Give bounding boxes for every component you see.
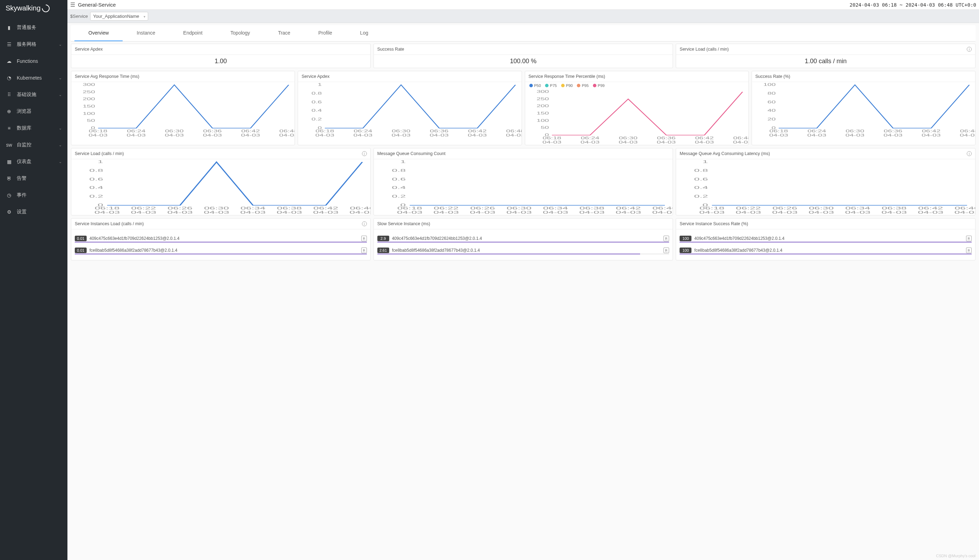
svg-text:04-03: 04-03 [316, 133, 334, 137]
svg-text:04-03: 04-03 [579, 210, 605, 214]
info-icon[interactable]: i [967, 151, 972, 156]
tab-overview[interactable]: Overview [74, 25, 123, 41]
menu-toggle-icon[interactable]: ☰ [70, 2, 75, 8]
svg-text:0.8: 0.8 [89, 168, 104, 172]
svg-text:0.4: 0.4 [694, 186, 708, 190]
value-badge: 100 [680, 248, 692, 253]
list-item[interactable]: 2.61fce8bab5d8f54686a38f2add78677b43@2.0… [374, 246, 673, 255]
svg-text:250: 250 [536, 97, 549, 101]
svg-text:04-03: 04-03 [89, 133, 107, 137]
svg-text:04-03: 04-03 [845, 210, 871, 214]
sidebar-item-11[interactable]: ⚙设置 [0, 203, 67, 220]
svg-text:04-03: 04-03 [657, 140, 675, 144]
svg-text:06:36: 06:36 [657, 136, 675, 140]
chart-success_rate: Success Rate (%)02040608010006:1804-0306… [752, 71, 976, 145]
svg-text:0.6: 0.6 [89, 177, 104, 181]
chart-icon: ▮ [6, 24, 13, 31]
filter-bar: $Service Your_ApplicationName [67, 10, 979, 23]
card-title: Service Avg Response Time (ms) [71, 71, 294, 82]
card-title: Service Instances Load (calls / min)i [71, 218, 370, 229]
list-card-1: Slow Service Instance (ms)2.9409c475c663… [374, 218, 673, 260]
tab-topology[interactable]: Topology [217, 25, 264, 41]
svg-text:06:26: 06:26 [470, 206, 495, 210]
service-select[interactable]: Your_ApplicationName [90, 12, 148, 21]
svg-text:0.4: 0.4 [392, 186, 406, 190]
svg-text:06:24: 06:24 [127, 129, 145, 133]
svg-text:04-03: 04-03 [240, 210, 266, 214]
copy-icon[interactable]: ⎘ [663, 236, 669, 241]
list-item[interactable]: 2.9409c475c663e4d1fb709d22624bb1253@2.0.… [374, 234, 673, 243]
sidebar-item-1[interactable]: ☰服务网格⌄ [0, 36, 67, 53]
svg-text:04-03: 04-03 [204, 210, 229, 214]
tab-log[interactable]: Log [346, 25, 382, 41]
instance-id: fce8bab5d8f54686a38f2add78677b43@2.0.1.4 [89, 248, 359, 253]
svg-text:06:34: 06:34 [543, 206, 568, 210]
svg-text:04-03: 04-03 [580, 140, 599, 144]
svg-text:0.4: 0.4 [312, 108, 322, 112]
grid-icon: ▦ [6, 158, 13, 165]
svg-text:06:26: 06:26 [772, 206, 797, 210]
app-root: Skywalking ▮普通服务☰服务网格⌄☁Functions◔Kuberne… [0, 0, 979, 560]
svg-text:04-03: 04-03 [469, 210, 495, 214]
copy-icon[interactable]: ⎘ [361, 236, 367, 241]
copy-icon[interactable]: ⎘ [663, 248, 669, 253]
svg-text:04-03: 04-03 [918, 210, 943, 214]
instance-id: 409c475c663e4d1fb709d22624bb1253@2.0.1.4 [89, 236, 359, 241]
sidebar-item-0[interactable]: ▮普通服务 [0, 19, 67, 36]
info-icon[interactable]: i [362, 222, 367, 226]
copy-icon[interactable]: ⎘ [966, 236, 972, 241]
sidebar-item-7[interactable]: sw自监控⌄ [0, 137, 67, 153]
svg-text:04-03: 04-03 [127, 133, 146, 137]
svg-text:06:46: 06:46 [652, 206, 673, 210]
sidebar-item-2[interactable]: ☁Functions [0, 53, 67, 70]
card-title: Service Instance Success Rate (%) [676, 218, 975, 229]
list-card-0: Service Instances Load (calls / min)i0.0… [71, 218, 371, 260]
list-item[interactable]: 0.01409c475c663e4d1fb709d22624bb1253@2.0… [71, 234, 370, 243]
svg-text:04-03: 04-03 [433, 210, 459, 214]
value-badge: 2.61 [378, 248, 389, 253]
copy-icon[interactable]: ⎘ [361, 248, 367, 253]
time-range[interactable]: 2024-04-03 06:18 ~ 2024-04-03 06:48 UTC+… [850, 2, 976, 8]
sidebar-item-9[interactable]: ⛨告警 [0, 170, 67, 187]
sidebar-item-3[interactable]: ◔Kubernetes⌄ [0, 70, 67, 86]
card-title: Service Response Time Percentile (ms) [525, 71, 748, 82]
sidebar-item-6[interactable]: ≡数据库⌄ [0, 120, 67, 137]
legend: P50P75P90P95P99 [525, 82, 748, 89]
tab-trace[interactable]: Trace [264, 25, 304, 41]
list-item[interactable]: 0.01fce8bab5d8f54686a38f2add78677b43@2.0… [71, 246, 370, 255]
sidebar-item-label: 仪表盘 [17, 158, 59, 165]
pie-icon: ◔ [6, 74, 13, 82]
sidebar-item-10[interactable]: ◷事件 [0, 187, 67, 203]
sidebar-item-8[interactable]: ▦仪表盘⌄ [0, 153, 67, 170]
svg-text:06:18: 06:18 [316, 129, 334, 133]
sidebar-item-label: 自监控 [17, 142, 59, 148]
chart-mq_count: Message Queue Consuming Count00.20.40.60… [374, 148, 673, 215]
tab-instance[interactable]: Instance [123, 25, 169, 41]
instance-id: fce8bab5d8f54686a38f2add78677b43@2.0.1.4 [392, 248, 661, 253]
svg-text:06:30: 06:30 [845, 129, 864, 133]
chart-load: Service Load (calls / min)i00.20.40.60.8… [71, 148, 371, 215]
legend-item: P99 [593, 83, 605, 88]
list-item[interactable]: 100409c475c663e4d1fb709d22624bb1253@2.0.… [676, 234, 975, 243]
svg-text:06:30: 06:30 [165, 129, 184, 133]
svg-text:1: 1 [97, 160, 103, 164]
legend-item: P75 [545, 83, 557, 88]
svg-text:1: 1 [703, 160, 708, 164]
list-card-2: Service Instance Success Rate (%)100409c… [676, 218, 976, 260]
sidebar-item-4[interactable]: ⠿基础设施⌄ [0, 86, 67, 103]
svg-text:300: 300 [83, 83, 95, 87]
tab-endpoint[interactable]: Endpoint [169, 25, 216, 41]
chart-body: 00.20.40.60.8106:1804-0306:2204-0306:260… [676, 159, 975, 215]
svg-text:06:22: 06:22 [736, 206, 761, 210]
svg-text:100: 100 [83, 112, 95, 115]
info-icon[interactable]: i [967, 47, 972, 52]
summary-value: 1.00 calls / min [805, 58, 847, 65]
svg-text:0.2: 0.2 [392, 195, 406, 198]
tab-profile[interactable]: Profile [304, 25, 346, 41]
copy-icon[interactable]: ⎘ [966, 248, 972, 253]
info-icon[interactable]: i [362, 151, 367, 156]
svg-text:06:24: 06:24 [807, 129, 826, 133]
svg-text:06:36: 06:36 [203, 129, 222, 133]
list-item[interactable]: 100fce8bab5d8f54686a38f2add78677b43@2.0.… [676, 246, 975, 255]
sidebar-item-5[interactable]: ⊕浏览器 [0, 103, 67, 120]
